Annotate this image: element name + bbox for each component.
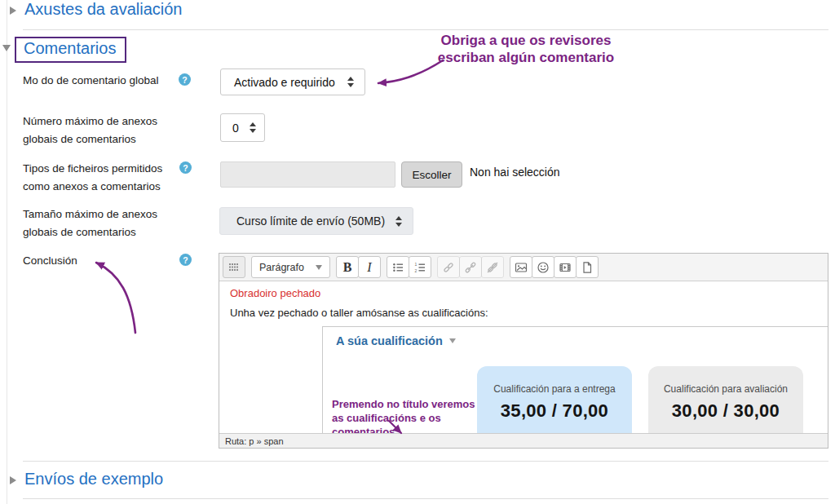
filetypes-label: Tipos de ficheiros permitidos como anexo… (23, 160, 162, 196)
chevron-down-icon (449, 338, 456, 343)
max-size-label: Tamaño máximo de anexos globais de comen… (23, 206, 157, 241)
manage-files-button[interactable] (576, 256, 599, 278)
workshop-closed-text: Obradoiro pechado (230, 287, 320, 299)
section-divider (23, 29, 828, 30)
autolink-off-icon (486, 261, 499, 274)
max-attachments-value: 0 (232, 122, 239, 135)
insert-media-button[interactable] (554, 256, 577, 278)
conclusion-editor: Parágrafo B I 12 (219, 253, 828, 449)
annotation-top-note: Obriga a que os revisores escriban algún… (408, 32, 644, 66)
help-icon[interactable]: ? (179, 73, 191, 86)
section-header-examples[interactable]: Envíos de exemplo (24, 470, 163, 489)
embed-grade-title-text: A súa cualificación (336, 334, 443, 347)
select-updown-icon (395, 216, 402, 227)
editor-path-bar[interactable]: Ruta: p » span (219, 433, 828, 448)
annotation-embed-note-line1: Premendo no título veremos (332, 397, 475, 411)
max-attachments-select[interactable]: 0 (220, 113, 265, 142)
annotation-top-note-line1: Obriga a que os revisores (408, 32, 644, 49)
grade-card-submission-value: 35,00 / 70,00 (477, 400, 632, 422)
annotation-top-note-line2: escriban algún comentario (408, 49, 644, 66)
annotation-arrow-conclusion (96, 263, 135, 333)
filetypes-selection-status: Non hai selección (470, 166, 560, 179)
file-icon (581, 261, 594, 274)
choose-filetypes-button[interactable]: Escoller (401, 161, 462, 188)
editor-body-text: Unha vez pechado o taller amósanse as cu… (230, 307, 488, 319)
max-attachments-label-line2: globais de comentarios (23, 130, 157, 148)
select-updown-icon (347, 77, 354, 87)
grade-card-assessment-label: Cualificación para avaliación (648, 383, 803, 395)
section-divider (23, 498, 828, 499)
moodle-workshop-settings-page: Axustes da avaliación Comentarios Obriga… (0, 0, 835, 504)
expanded-arrow-icon[interactable] (2, 45, 11, 51)
filetypes-input[interactable] (220, 161, 395, 188)
section-header-assessment[interactable]: Axustes da avaliación (24, 0, 182, 19)
conclusion-label: Conclusión (23, 252, 77, 270)
emoji-icon (537, 261, 550, 274)
editor-content-area[interactable]: Obradoiro pechado Unha vez pechado o tal… (219, 281, 828, 433)
max-size-value: Curso límite de envío (50MB) (236, 214, 385, 228)
section-header-comments[interactable]: Comentarios (24, 39, 116, 57)
unlink-button[interactable] (459, 256, 482, 278)
bold-button[interactable]: B (336, 256, 359, 278)
grade-card-submission-label: Cualificación para a entrega (477, 383, 632, 395)
overall-feedback-mode-label: Mo do de comentario global (23, 72, 159, 90)
numbered-list-icon: 12 (413, 261, 426, 274)
overall-feedback-mode-select[interactable]: Activado e requirido (220, 69, 365, 95)
image-icon (515, 261, 528, 274)
overall-feedback-mode-value: Activado e requirido (234, 76, 335, 89)
comments-highlight-box: Comentarios (15, 37, 126, 63)
annotation-embed-note-line2: as cualificacións e os (332, 411, 475, 425)
embedded-screenshot: A súa cualificación Cualificación para a… (322, 326, 828, 433)
paragraph-style-value: Parágrafo (259, 262, 304, 273)
svg-text:1: 1 (415, 262, 418, 267)
paragraph-style-select[interactable]: Parágrafo (251, 256, 330, 278)
filetypes-label-line2: como anexos a comentarios (23, 178, 162, 196)
chevron-down-icon (316, 265, 322, 270)
max-attachments-label: Número máximo de anexos globais de comen… (23, 113, 157, 148)
collapsed-arrow-icon[interactable] (10, 7, 16, 15)
max-size-label-line2: globais de comentarios (23, 223, 157, 241)
help-icon[interactable]: ? (179, 254, 192, 266)
grid-icon (228, 262, 241, 272)
italic-button[interactable]: I (358, 256, 381, 278)
annotation-embed-note: Premendo no título veremos as cualificac… (332, 397, 475, 433)
grade-card-assessment-value: 30,00 / 30,00 (648, 400, 803, 422)
media-icon (559, 261, 572, 274)
insert-emoji-button[interactable] (532, 256, 554, 278)
max-size-label-line1: Tamaño máximo de anexos (23, 206, 157, 223)
select-updown-icon (250, 122, 256, 133)
grade-card-submission: Cualificación para a entrega 35,00 / 70,… (477, 366, 632, 433)
help-icon[interactable]: ? (179, 161, 192, 174)
filetypes-label-line1: Tipos de ficheiros permitidos (23, 160, 162, 178)
grade-card-assessment: Cualificación para avaliación 30,00 / 30… (648, 366, 803, 433)
collapsed-arrow-icon[interactable] (10, 476, 16, 484)
max-size-select[interactable]: Curso límite de envío (50MB) (219, 207, 413, 235)
annotation-embed-note-line3: comentarios (332, 425, 475, 433)
numbered-list-button[interactable]: 12 (409, 256, 431, 278)
toolbar-toggle-button[interactable] (223, 256, 245, 278)
editor-toolbar: Parágrafo B I 12 (219, 254, 828, 281)
autolink-off-button[interactable] (481, 256, 504, 278)
unlink-icon (464, 261, 477, 274)
bullet-list-icon (391, 261, 404, 274)
link-icon (442, 261, 455, 274)
embed-grade-title: A súa cualificación (336, 334, 456, 347)
svg-text:2: 2 (415, 267, 418, 272)
max-attachments-label-line1: Número máximo de anexos (23, 113, 157, 130)
form-left-border (7, 0, 7, 504)
insert-image-button[interactable] (510, 256, 532, 278)
bullet-list-button[interactable] (387, 256, 409, 278)
section-divider (23, 461, 828, 462)
link-button[interactable] (437, 256, 460, 278)
